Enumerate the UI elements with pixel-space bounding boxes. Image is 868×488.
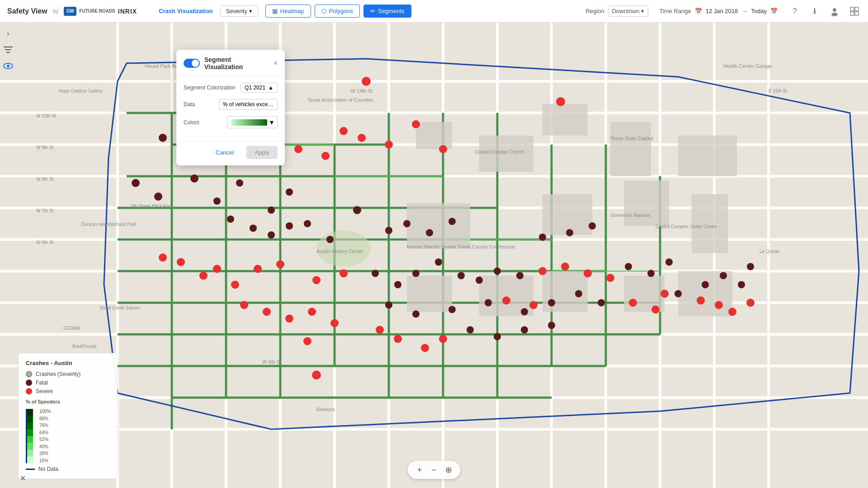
svg-point-139: [240, 301, 248, 309]
svg-text:W 10th St: W 10th St: [36, 113, 56, 118]
svg-rect-6: [0, 23, 868, 488]
svg-point-135: [276, 260, 284, 268]
logo-future-roads: FUTURE ROADS: [79, 9, 115, 14]
svg-text:Texas State Capitol: Texas State Capitol: [610, 136, 653, 141]
svg-text:W 14th St: W 14th St: [351, 88, 373, 94]
svg-text:Shoal Creek Saloon: Shoal Creek Saloon: [99, 305, 140, 310]
view-button-group: ▦ Heatmap ⬡ Polygons ✏ Segments: [265, 5, 411, 18]
calendar-icon: 📅: [695, 8, 702, 14]
segments-button[interactable]: ✏ Segments: [363, 5, 411, 18]
svg-text:Governor's Mansion: Governor's Mansion: [610, 213, 651, 218]
svg-point-92: [394, 281, 401, 288]
zoom-in-button[interactable]: +: [413, 464, 426, 476]
dialog-footer: Cancel Apply: [176, 141, 285, 165]
by-text: by: [53, 8, 59, 14]
svg-point-145: [312, 371, 321, 380]
heatmap-button[interactable]: ▦ Heatmap: [265, 5, 311, 18]
svg-point-114: [625, 263, 632, 270]
svg-point-142: [308, 308, 316, 316]
sidebar-expand-arrow[interactable]: ›: [3, 28, 14, 39]
severe-label: Severe: [36, 388, 53, 394]
time-calendar-icon[interactable]: 📅: [770, 8, 778, 14]
svg-point-144: [303, 337, 311, 345]
svg-text:Heman Marion Sweatt Travis Cou: Heman Marion Sweatt Travis County Courth…: [407, 244, 515, 249]
svg-point-161: [728, 308, 736, 316]
svg-point-86: [353, 206, 361, 214]
time-range-control: Time Range 📅 12 Jan 2018 → Today 📅: [659, 8, 778, 14]
app-title: Safety View: [7, 7, 47, 15]
cancel-button[interactable]: Cancel: [208, 146, 242, 159]
svg-point-137: [340, 269, 348, 277]
dismiss-button[interactable]: ✕: [18, 474, 27, 483]
svg-rect-2: [850, 7, 854, 11]
right-controls: Region Downtown ▾ Time Range 📅 12 Jan 20…: [585, 5, 861, 18]
time-range-label: Time Range: [659, 8, 691, 14]
severity-dropdown-button[interactable]: Severity ▾: [220, 5, 258, 17]
svg-point-100: [566, 229, 573, 236]
crashes-dot: [26, 371, 32, 377]
polygons-icon: ⬡: [321, 8, 326, 14]
visibility-icon[interactable]: [3, 61, 14, 71]
crashes-label: Crashes (Severity): [36, 371, 80, 377]
no-data-item: No Data: [26, 466, 110, 472]
region-select[interactable]: Downtown ▾: [608, 5, 649, 17]
legend-title: Crashes - Austin: [26, 360, 110, 366]
svg-text:W 7th St: W 7th St: [36, 208, 54, 213]
svg-rect-3: [855, 7, 859, 11]
map[interactable]: House Park Bar-B-Que Hope Outdoor Galler…: [0, 23, 868, 488]
filter-icon[interactable]: [3, 44, 14, 55]
svg-point-108: [575, 290, 582, 297]
quarter-selector[interactable]: Q1 2021 ▲: [241, 83, 278, 93]
svg-point-116: [665, 258, 673, 266]
grid-icon[interactable]: [848, 5, 861, 18]
svg-point-133: [231, 281, 239, 289]
svg-text:Capitol Complex Visitor Center: Capitol Complex Visitor Center: [656, 224, 717, 229]
svg-point-159: [697, 296, 705, 305]
svg-point-146: [376, 326, 384, 334]
svg-point-132: [213, 265, 221, 273]
svg-point-129: [439, 145, 447, 153]
svg-text:GSD&M: GSD&M: [63, 326, 80, 331]
region-label: Region: [585, 8, 604, 14]
apply-button[interactable]: Apply: [246, 146, 278, 159]
time-end: Today: [751, 8, 767, 14]
dialog-title: Segment Visualization: [204, 56, 269, 70]
nav-crash-visualization[interactable]: Crash Visualization: [151, 5, 220, 17]
svg-point-147: [394, 335, 402, 343]
svg-text:9th Street BMX Park: 9th Street BMX Park: [131, 204, 173, 209]
dialog-close-button[interactable]: ×: [274, 59, 278, 67]
svg-rect-65: [692, 194, 728, 253]
map-background: House Park Bar-B-Que Hope Outdoor Galler…: [0, 23, 868, 488]
info-icon[interactable]: ℹ: [808, 5, 821, 18]
svg-rect-60: [610, 122, 651, 176]
fatal-dot: [26, 380, 32, 386]
data-row: Data % of vehicles exceeding spe... ▾: [184, 99, 278, 110]
svg-point-87: [385, 227, 392, 234]
help-icon[interactable]: ?: [788, 5, 801, 18]
legend-crashes-item: Crashes (Severity): [26, 371, 110, 377]
header: Safety View by GM FUTURE ROADS INRIX Cra…: [0, 0, 868, 23]
compass-button[interactable]: ⊕: [442, 464, 455, 476]
account-icon[interactable]: [828, 5, 841, 18]
color-selector[interactable]: ▾: [227, 116, 278, 128]
svg-point-74: [154, 192, 162, 201]
data-selector[interactable]: % of vehicles exceeding spe... ▾: [219, 99, 278, 110]
svg-point-72: [159, 134, 167, 142]
svg-rect-69: [624, 276, 665, 312]
region-control: Region Downtown ▾: [585, 5, 648, 17]
svg-point-96: [476, 277, 483, 284]
svg-text:BookPeople: BookPeople: [72, 344, 97, 349]
svg-point-163: [556, 97, 565, 106]
dialog-header: Segment Visualization ×: [176, 50, 285, 76]
zoom-out-button[interactable]: −: [428, 464, 440, 476]
polygons-button[interactable]: ⬡ Polygons: [315, 5, 360, 18]
svg-point-118: [702, 281, 709, 288]
svg-point-90: [448, 218, 456, 225]
visualization-toggle[interactable]: [184, 59, 200, 68]
no-data-line: [26, 469, 35, 470]
svg-point-151: [561, 263, 569, 271]
svg-rect-57: [416, 122, 452, 149]
svg-point-111: [521, 326, 528, 333]
speeders-labels: 100% 88% 76% 64% 52% 40% 28% 16%: [38, 409, 51, 463]
colors-label: Colors: [184, 119, 199, 126]
